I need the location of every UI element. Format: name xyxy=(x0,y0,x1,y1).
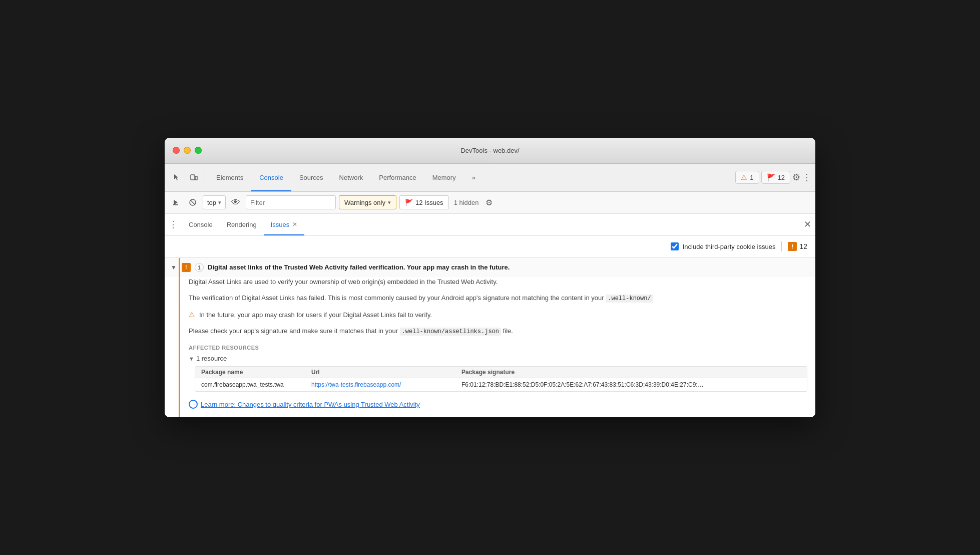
col-package-name: Package name xyxy=(201,369,311,376)
minimize-button[interactable] xyxy=(184,147,191,154)
resource-count-label: 1 resource xyxy=(196,355,227,362)
svg-rect-3 xyxy=(173,204,178,205)
warning-count: 1 xyxy=(750,174,753,181)
chevron-down-icon: ▾ xyxy=(218,199,221,206)
svg-marker-2 xyxy=(174,200,178,205)
total-count-label: 12 xyxy=(799,242,807,250)
console-settings-icon[interactable]: ⚙ xyxy=(482,195,496,209)
issue-body: Digital Asset Links are used to verify y… xyxy=(165,277,815,417)
sub-tabs-bar: ⋮ Console Rendering Issues ✕ ✕ xyxy=(165,214,815,236)
tab-console[interactable]: Console xyxy=(251,164,291,191)
tab-network[interactable]: Network xyxy=(331,164,371,191)
warnings-chevron-icon: ▾ xyxy=(388,199,391,206)
issue-header-row[interactable]: ▼ ! 1 Digital asset links of the Trusted… xyxy=(165,258,815,277)
cell-signature: F6:01:12:78:BD:E1:88:52:D5:0F:05:2A:5E:6… xyxy=(461,381,801,388)
toolbar-divider-1 xyxy=(205,171,205,183)
issue-warning-icon: ! xyxy=(182,263,191,272)
window-controls xyxy=(173,147,202,154)
issue-warning-note: ⚠ In the future, your app may crash for … xyxy=(189,310,807,321)
issues-flag-icon: 🚩 xyxy=(767,173,775,181)
learn-more-anchor[interactable]: Learn more: Changes to quality criteria … xyxy=(201,401,420,408)
col-url: Url xyxy=(311,369,461,376)
context-select[interactable]: top ▾ xyxy=(203,195,226,209)
issues-count-button[interactable]: 🚩 12 Issues xyxy=(399,195,449,209)
issues-badge-button[interactable]: 🚩 12 xyxy=(761,171,790,184)
more-options-icon[interactable]: ⋮ xyxy=(802,172,811,183)
issue-item: ▼ ! 1 Digital asset links of the Trusted… xyxy=(165,258,815,418)
svg-rect-1 xyxy=(195,176,197,180)
affected-resources-title: AFFECTED RESOURCES xyxy=(189,345,807,351)
hidden-count-label: 1 hidden xyxy=(454,199,479,206)
sub-tab-rendering[interactable]: Rendering xyxy=(220,214,264,235)
svg-line-5 xyxy=(191,200,195,205)
cell-package-name: com.firebaseapp.twa_tests.twa xyxy=(201,381,311,388)
show-live-expressions-button[interactable]: 👁 xyxy=(229,195,243,209)
console-toolbar: top ▾ 👁 Warnings only ▾ 🚩 12 Issues 1 hi… xyxy=(165,192,815,214)
warning-icon: ⚠ xyxy=(741,173,747,181)
close-issues-tab-icon[interactable]: ✕ xyxy=(292,221,297,228)
inspect-element-button[interactable] xyxy=(169,169,185,185)
warnings-filter-button[interactable]: Warnings only ▾ xyxy=(339,195,396,209)
issue-count-circle: 1 xyxy=(195,263,204,272)
issue-paragraph-3: Please check your app's signature and ma… xyxy=(189,326,807,337)
svg-rect-0 xyxy=(191,175,195,180)
resource-toggle[interactable]: ▼ 1 resource xyxy=(189,355,807,362)
table-row: com.firebaseapp.twa_tests.twa https://tw… xyxy=(195,378,807,391)
tab-sources[interactable]: Sources xyxy=(291,164,331,191)
context-select-value: top xyxy=(207,199,216,206)
title-bar: DevTools - web.dev/ xyxy=(165,138,815,164)
cell-url[interactable]: https://twa-tests.firebaseapp.com/ xyxy=(311,381,461,388)
clear-console-button[interactable] xyxy=(169,195,183,209)
block-icon xyxy=(189,198,197,206)
issues-flag-small-icon: 🚩 xyxy=(405,199,413,206)
maximize-button[interactable] xyxy=(195,147,202,154)
more-panels-icon[interactable]: ⋮ xyxy=(169,219,178,230)
col-signature: Package signature xyxy=(461,369,801,376)
issues-header: Include third-party cookie issues ! 12 xyxy=(165,236,815,258)
sub-tab-issues[interactable]: Issues ✕ xyxy=(264,214,305,235)
learn-more-link[interactable]: Learn more: Changes to quality criteria … xyxy=(189,400,807,409)
cursor-icon xyxy=(173,173,181,181)
tab-performance[interactable]: Performance xyxy=(371,164,424,191)
sub-tab-console[interactable]: Console xyxy=(182,214,220,235)
code-wellknown: .well-known/ xyxy=(606,295,653,303)
warnings-badge-button[interactable]: ⚠ 1 xyxy=(735,171,759,184)
device-icon xyxy=(190,173,198,181)
affected-resources-section: AFFECTED RESOURCES ▼ 1 resource Package … xyxy=(189,345,807,392)
third-party-checkbox-wrapper: Include third-party cookie issues xyxy=(671,242,776,250)
third-party-cookie-checkbox[interactable] xyxy=(671,242,679,250)
devtools-window: DevTools - web.dev/ Elements Console Sou… xyxy=(165,138,815,418)
total-issues-count: ! 12 xyxy=(788,242,807,251)
main-tabs: Elements Console Sources Network Perform… xyxy=(208,164,483,191)
device-mode-button[interactable] xyxy=(186,169,202,185)
tab-elements[interactable]: Elements xyxy=(208,164,251,191)
issue-warning-text: In the future, your app may crash for us… xyxy=(199,310,432,321)
issue-paragraph-2: The verification of Digital Asset Links … xyxy=(189,293,807,304)
issues-count-label: 12 Issues xyxy=(415,199,443,206)
window-title: DevTools - web.dev/ xyxy=(460,147,519,154)
resource-toggle-arrow-icon: ▼ xyxy=(189,356,194,362)
tab-memory[interactable]: Memory xyxy=(424,164,464,191)
warning-square-icon: ! xyxy=(788,242,797,251)
issues-content: ▼ ! 1 Digital asset links of the Trusted… xyxy=(165,258,815,418)
play-icon xyxy=(172,199,179,206)
devtools-toolbar: Elements Console Sources Network Perform… xyxy=(165,164,815,192)
warn-triangle-icon: ⚠ xyxy=(189,311,195,319)
settings-icon[interactable]: ⚙ xyxy=(792,172,800,183)
separator xyxy=(781,241,782,251)
issue-title: Digital asset links of the Trusted Web A… xyxy=(208,263,510,271)
more-tabs-button[interactable]: » xyxy=(464,164,483,191)
checkbox-label: Include third-party cookie issues xyxy=(683,243,776,250)
code-assetlinks: .well-known/assetlinks.json xyxy=(400,328,501,336)
block-icon-button[interactable] xyxy=(186,195,200,209)
expand-arrow-icon: ▼ xyxy=(171,264,178,271)
issues-count: 12 xyxy=(778,174,785,181)
resource-table-header: Package name Url Package signature xyxy=(195,367,807,378)
issue-paragraph-1: Digital Asset Links are used to verify y… xyxy=(189,277,807,288)
external-link-icon xyxy=(189,400,198,409)
toolbar-right: ⚠ 1 🚩 12 ⚙ ⋮ xyxy=(735,171,811,184)
close-drawer-icon[interactable]: ✕ xyxy=(804,219,811,230)
close-button[interactable] xyxy=(173,147,180,154)
filter-input[interactable] xyxy=(246,195,336,209)
warnings-text: Warnings only xyxy=(344,199,385,206)
